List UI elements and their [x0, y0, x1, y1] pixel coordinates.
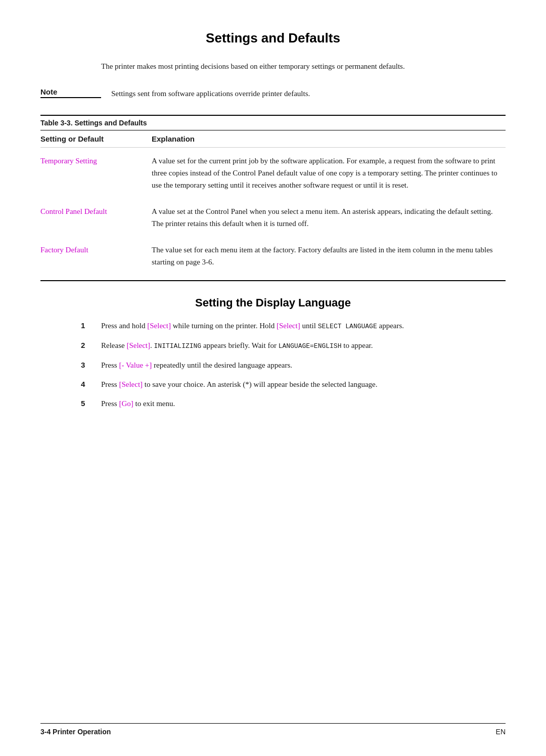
note-text: Settings sent from software applications…: [111, 87, 506, 100]
col-header-setting: Setting or Default: [40, 135, 152, 143]
select-highlight-1: [Select]: [147, 322, 171, 330]
table-title: Table 3-3. Settings and Defaults: [40, 115, 506, 130]
monospace-1: SELECT LANGUAGE: [318, 323, 377, 330]
list-item: 1 Press and hold [Select] while turning …: [81, 320, 475, 332]
explanation-temporary: A value set for the current print job by…: [152, 155, 506, 191]
select-highlight-4: [Select]: [119, 380, 143, 388]
setting-name-factory: Factory Default: [40, 244, 152, 256]
step-text-2: Release [Select]. INITIALIZING appears b…: [101, 339, 475, 352]
step-number: 5: [81, 397, 96, 410]
table-bottom-border: [40, 280, 506, 281]
table-row: Control Panel Default A value set at the…: [40, 198, 506, 237]
settings-table: Table 3-3. Settings and Defaults Setting…: [40, 115, 506, 281]
footer: 3-4 Printer Operation EN: [40, 723, 506, 736]
page-title: Settings and Defaults: [40, 30, 506, 46]
list-item: 3 Press [- Value +] repeatedly until the…: [81, 359, 475, 371]
step-text-1: Press and hold [Select] while turning on…: [101, 320, 475, 332]
value-highlight: [- Value +]: [119, 361, 152, 369]
step-number: 4: [81, 378, 96, 390]
monospace-3: LANGUAGE=ENGLISH: [279, 342, 342, 350]
list-item: 2 Release [Select]. INITIALIZING appears…: [81, 339, 475, 352]
step-number: 2: [81, 339, 96, 351]
step-text-4: Press [Select] to save your choice. An a…: [101, 378, 475, 390]
explanation-factory: The value set for each menu item at the …: [152, 244, 506, 268]
footer-left: 3-4 Printer Operation: [40, 728, 111, 736]
footer-right: EN: [496, 728, 506, 736]
select-highlight-3: [Select]: [126, 341, 150, 349]
step-text-5: Press [Go] to exit menu.: [101, 397, 475, 410]
intro-text: The printer makes most printing decision…: [101, 60, 475, 72]
table-header-row: Setting or Default Explanation: [40, 130, 506, 148]
table-row: Temporary Setting A value set for the cu…: [40, 148, 506, 198]
page: Settings and Defaults The printer makes …: [0, 0, 546, 756]
explanation-control-panel: A value set at the Control Panel when yo…: [152, 205, 506, 230]
col-header-explanation: Explanation: [152, 135, 506, 143]
list-item: 4 Press [Select] to save your choice. An…: [81, 378, 475, 390]
note-section: Note Settings sent from software applica…: [40, 87, 506, 100]
table-row: Factory Default The value set for each m…: [40, 237, 506, 275]
note-label: Note: [40, 87, 101, 98]
step-number: 1: [81, 320, 96, 332]
go-highlight: [Go]: [119, 399, 133, 408]
section2-title: Setting the Display Language: [40, 296, 506, 309]
select-highlight-2: [Select]: [277, 322, 300, 330]
list-item: 5 Press [Go] to exit menu.: [81, 397, 475, 410]
monospace-2: INITIALIZING: [154, 342, 202, 350]
step-text-3: Press [- Value +] repeatedly until the d…: [101, 359, 475, 371]
setting-name-temporary: Temporary Setting: [40, 155, 152, 167]
setting-name-control-panel: Control Panel Default: [40, 205, 152, 217]
step-number: 3: [81, 359, 96, 371]
steps-list: 1 Press and hold [Select] while turning …: [81, 320, 475, 410]
